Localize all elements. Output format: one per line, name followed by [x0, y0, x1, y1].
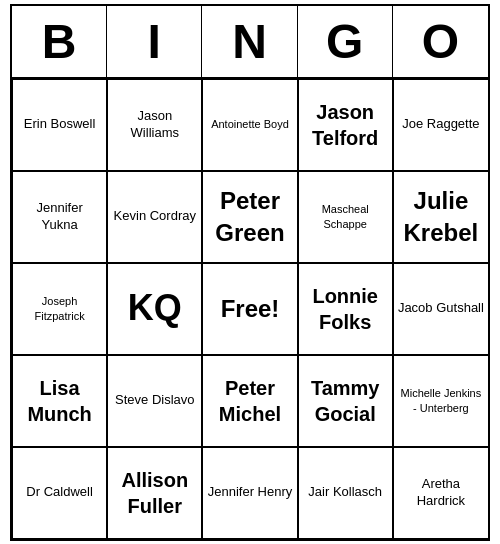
- bingo-cell-0: Erin Boswell: [12, 79, 107, 171]
- bingo-cell-16: Steve Dislavo: [107, 355, 202, 447]
- bingo-cell-15: Lisa Munch: [12, 355, 107, 447]
- bingo-header: BINGO: [12, 6, 488, 79]
- bingo-cell-6: Kevin Cordray: [107, 171, 202, 263]
- bingo-cell-12: Free!: [202, 263, 297, 355]
- bingo-cell-5: Jennifer Yukna: [12, 171, 107, 263]
- bingo-cell-13: Lonnie Folks: [298, 263, 393, 355]
- bingo-cell-21: Allison Fuller: [107, 447, 202, 539]
- bingo-cell-19: Michelle Jenkins - Unterberg: [393, 355, 488, 447]
- header-letter-g: G: [298, 6, 393, 77]
- bingo-cell-14: Jacob Gutshall: [393, 263, 488, 355]
- bingo-cell-4: Joe Raggette: [393, 79, 488, 171]
- header-letter-o: O: [393, 6, 488, 77]
- bingo-cell-8: Mascheal Schappe: [298, 171, 393, 263]
- bingo-cell-9: Julie Krebel: [393, 171, 488, 263]
- bingo-cell-22: Jennifer Henry: [202, 447, 297, 539]
- bingo-cell-17: Peter Michel: [202, 355, 297, 447]
- bingo-card: BINGO Erin BoswellJason WilliamsAntoinet…: [10, 4, 490, 541]
- bingo-cell-10: Joseph Fitzpatrick: [12, 263, 107, 355]
- bingo-cell-18: Tammy Gocial: [298, 355, 393, 447]
- bingo-cell-11: KQ: [107, 263, 202, 355]
- header-letter-b: B: [12, 6, 107, 77]
- header-letter-i: I: [107, 6, 202, 77]
- bingo-cell-1: Jason Williams: [107, 79, 202, 171]
- bingo-cell-3: Jason Telford: [298, 79, 393, 171]
- bingo-cell-2: Antoinette Boyd: [202, 79, 297, 171]
- bingo-cell-24: Aretha Hardrick: [393, 447, 488, 539]
- bingo-cell-7: Peter Green: [202, 171, 297, 263]
- header-letter-n: N: [202, 6, 297, 77]
- bingo-cell-20: Dr Caldwell: [12, 447, 107, 539]
- bingo-grid: Erin BoswellJason WilliamsAntoinette Boy…: [12, 79, 488, 539]
- bingo-cell-23: Jair Kollasch: [298, 447, 393, 539]
